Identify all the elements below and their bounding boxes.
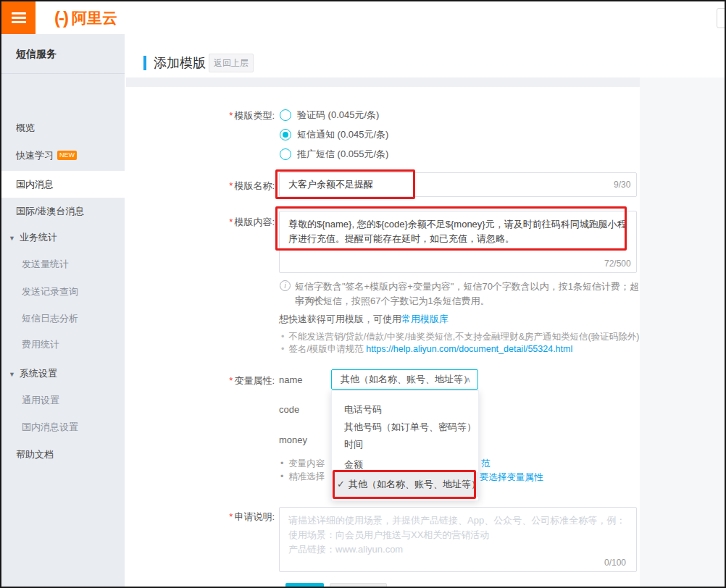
- sidebar-title: 短信服务: [1, 34, 125, 74]
- quick-tip: 想快速获得可用模版，可使用常用模版库: [279, 313, 448, 326]
- top-bar: (-) 阿里云: [1, 1, 725, 34]
- rule-item-2: •签名/模版申请规范 https://help.aliyun.com/docum…: [281, 343, 572, 356]
- radio-icon[interactable]: [280, 148, 291, 160]
- triangle-down-icon: ▼: [9, 235, 15, 242]
- sidebar-item-quick-learn[interactable]: 快速学习NEW: [1, 142, 125, 169]
- template-name-label: *模版名称:: [175, 180, 275, 193]
- back-button[interactable]: 返回上层: [209, 54, 254, 72]
- dropdown-option-other-number[interactable]: 其他号码（如订单号、密码等）: [332, 419, 478, 436]
- covered-note1-right[interactable]: 范: [481, 458, 491, 470]
- var-row-money: money: [279, 434, 307, 445]
- name-char-counter: 9/30: [614, 180, 630, 190]
- spec-doc-link[interactable]: https://help.aliyun.com/document_detail/…: [366, 344, 572, 354]
- placeholder-line: 请描述详细的使用场景，并提供产品链接、App、公众号、公司标准全称等，例：: [288, 513, 627, 528]
- sidebar-item-sms-log[interactable]: 短信日志分析: [1, 305, 125, 332]
- aliyun-bracket-icon: (-): [54, 8, 67, 28]
- application-desc-label: *申请说明:: [175, 511, 275, 524]
- sidebar-item-domestic-message[interactable]: 国内消息: [1, 171, 125, 198]
- chevron-up-icon: ∧: [465, 370, 471, 389]
- template-content-textarea[interactable]: 尊敬的${name}, 您的${code}余额不足${money}元，请及时前往…: [279, 211, 637, 273]
- sidebar-item-send-volume[interactable]: 发送量统计: [1, 251, 125, 277]
- dropdown-option-phone[interactable]: 电话号码: [332, 401, 478, 419]
- template-library-link[interactable]: 常用模版库: [401, 314, 448, 324]
- checkmark-icon: ✓: [337, 472, 345, 497]
- sidebar-item-intl-message[interactable]: 国际/港澳台消息: [1, 198, 125, 224]
- variable-attrs-label: *变量属性:: [175, 374, 275, 387]
- page-title: 添加模版: [154, 54, 206, 72]
- page-title-bar: 添加模版: [143, 54, 206, 72]
- triangle-down-icon: ▼: [9, 371, 15, 378]
- sidebar-item-help-docs[interactable]: 帮助文档: [1, 441, 125, 468]
- content-margin: [640, 77, 726, 588]
- hamburger-menu-icon[interactable]: [1, 1, 36, 34]
- sidebar-item-send-records[interactable]: 发送记录查询: [1, 278, 125, 305]
- rule-item-1: •不能发送营销/贷款/借款/中奖/抽奖类短信,不支持金融理财&房产通知类短信(验…: [281, 331, 639, 343]
- search-box-partial[interactable]: [717, 8, 726, 28]
- radio-option-sms-notify[interactable]: 短信通知 (0.045元/条): [280, 127, 388, 142]
- sidebar-item-domestic-settings[interactable]: 国内消息设置: [1, 413, 125, 440]
- cancel-button[interactable]: [330, 583, 387, 588]
- variable-type-select[interactable]: 其他（如名称、账号、地址等） ∧: [331, 369, 478, 390]
- covered-note2-left: • 精准选择: [280, 471, 325, 483]
- info-circle-icon: i: [280, 280, 291, 291]
- sidebar: 短信服务 概览 快速学习NEW 国内消息 国际/港澳台消息 ▼业务统计 发送量统…: [1, 34, 125, 588]
- variable-type-dropdown: 电话号码 其他号码（如订单号、密码等） 时间 金额 ✓ 其他（如名称、账号、地址…: [331, 390, 479, 501]
- template-type-label: *模版类型:: [175, 109, 275, 122]
- bullet-icon: •: [281, 332, 284, 342]
- placeholder-line: 使用场景：向会员用户推送与XX相关的营销活动: [288, 528, 627, 542]
- desc-char-counter: 0/100: [604, 558, 626, 568]
- dropdown-option-amount[interactable]: 金额: [332, 456, 478, 474]
- new-badge: NEW: [57, 151, 77, 160]
- content-char-counter: 72/500: [604, 259, 631, 269]
- app-window: (-) 阿里云 短信服务 概览 快速学习NEW 国内消息 国际/港澳台消息 ▼业…: [0, 0, 726, 588]
- template-name-input[interactable]: 大客户余额不足提醒: [279, 172, 637, 197]
- sidebar-group-business-stats[interactable]: ▼业务统计: [1, 224, 125, 251]
- radio-option-captcha[interactable]: 验证码 (0.045元/条): [280, 108, 379, 122]
- radio-selected-icon[interactable]: [280, 129, 291, 140]
- sidebar-item-overview[interactable]: 概览: [1, 114, 125, 141]
- template-content-label: *模版内容:: [175, 216, 275, 229]
- submit-button[interactable]: [285, 583, 324, 588]
- dropdown-option-time[interactable]: 时间: [332, 436, 478, 453]
- covered-note2-right[interactable]: 要选择变量属性: [480, 471, 543, 484]
- placeholder-line: 产品链接：www.aliyun.com: [288, 542, 627, 557]
- title-accent-bar: [143, 56, 146, 70]
- sidebar-group-system-settings[interactable]: ▼系统设置: [1, 360, 125, 387]
- var-row-name: name: [279, 374, 303, 385]
- radio-icon[interactable]: [280, 109, 291, 121]
- covered-note1-left: • 变量内容: [280, 458, 325, 470]
- aliyun-logo: (-) 阿里云: [54, 7, 117, 29]
- divider-band: [126, 77, 726, 87]
- sidebar-item-cost-stats[interactable]: 费用统计: [1, 331, 125, 358]
- application-desc-textarea[interactable]: 请描述详细的使用场景，并提供产品链接、App、公众号、公司标准全称等，例： 使用…: [279, 507, 637, 572]
- notice-line2: 字为长短信，按照67个字数记为1条短信费用。: [295, 294, 641, 308]
- dropdown-option-other-selected[interactable]: ✓ 其他（如名称、账号、地址等）: [332, 472, 478, 497]
- var-row-code: code: [279, 404, 299, 415]
- brand-text: 阿里云: [72, 8, 117, 28]
- bullet-icon: •: [281, 344, 284, 354]
- radio-option-promo-sms[interactable]: 推广短信 (0.055元/条): [280, 147, 388, 161]
- sidebar-item-general-settings[interactable]: 通用设置: [1, 387, 125, 413]
